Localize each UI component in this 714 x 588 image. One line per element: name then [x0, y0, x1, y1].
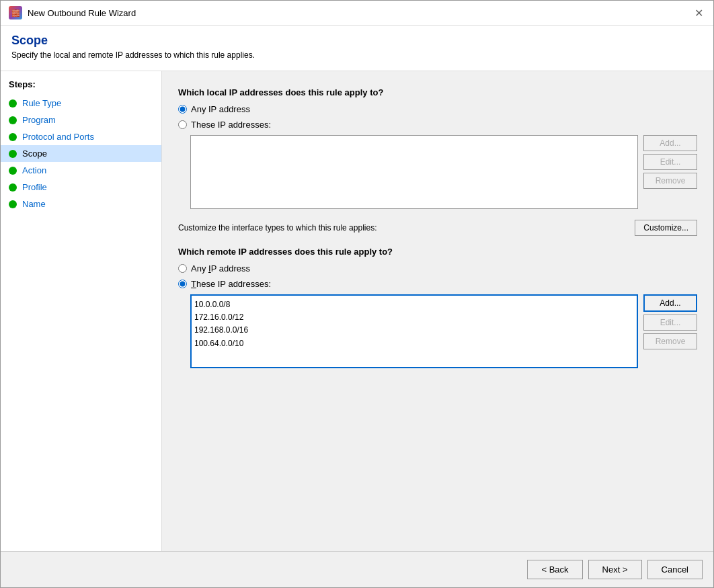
customize-label: Customize the interface types to which t… — [178, 223, 376, 233]
remote-btn-group: Add... Edit... Remove — [643, 294, 697, 368]
back-button[interactable]: < Back — [527, 560, 582, 579]
step-label-rule-type: Rule Type — [22, 98, 61, 108]
remote-these-ip-radio[interactable] — [178, 280, 187, 288]
step-label-program: Program — [22, 115, 56, 125]
page-description: Specify the local and remote IP addresse… — [11, 50, 703, 60]
local-these-ip-label: These IP addresses: — [191, 120, 271, 130]
local-add-button[interactable]: Add... — [643, 135, 697, 151]
local-section-title: Which local IP addresses does this rule … — [178, 87, 697, 97]
customize-row: Customize the interface types to which t… — [178, 220, 697, 236]
local-any-ip-radio[interactable] — [178, 105, 187, 114]
remote-these-ip-option[interactable]: These IP addresses: — [178, 279, 697, 289]
remote-ip-entry-2[interactable]: 192.168.0.0/16 — [194, 324, 634, 337]
content-area: Steps: Rule Type Program Protocol and Po… — [1, 71, 713, 551]
local-any-ip-option[interactable]: Any IP address — [178, 104, 697, 114]
sidebar-item-rule-type[interactable]: Rule Type — [1, 95, 161, 112]
step-label-scope: Scope — [22, 149, 47, 159]
remote-ip-listbox[interactable]: 10.0.0.0/8 172.16.0.0/12 192.168.0.0/16 … — [190, 294, 638, 368]
remote-remove-button[interactable]: Remove — [643, 333, 697, 349]
main-panel: Which local IP addresses does this rule … — [162, 71, 713, 551]
local-any-ip-label: Any IP address — [191, 104, 250, 114]
steps-label: Steps: — [1, 79, 161, 95]
step-dot-scope — [9, 150, 17, 158]
remote-any-ip-label: Any IP address — [191, 263, 250, 274]
remote-these-ip-label: These IP addresses: — [191, 279, 271, 289]
remote-add-button[interactable]: Add... — [643, 294, 697, 312]
sidebar-item-protocol-ports[interactable]: Protocol and Ports — [1, 128, 161, 145]
close-button[interactable]: ✕ — [692, 6, 705, 19]
remote-ip-entry-1[interactable]: 172.16.0.0/12 — [194, 311, 634, 324]
customize-button[interactable]: Customize... — [635, 220, 697, 236]
step-dot-protocol-ports — [9, 133, 17, 141]
step-label-name: Name — [22, 199, 46, 209]
remote-any-ip-option[interactable]: Any IP address — [178, 263, 697, 274]
sidebar-item-profile[interactable]: Profile — [1, 179, 161, 196]
step-dot-name — [9, 200, 17, 208]
remote-ip-entry-3[interactable]: 100.64.0.0/10 — [194, 337, 634, 350]
remote-section-title: Which remote IP addresses does this rule… — [178, 247, 697, 257]
app-icon: 🧱 — [9, 6, 22, 19]
local-edit-button[interactable]: Edit... — [643, 154, 697, 170]
local-btn-group: Add... Edit... Remove — [643, 135, 697, 209]
page-header: Scope Specify the local and remote IP ad… — [1, 26, 713, 71]
remote-any-ip-radio[interactable] — [178, 264, 187, 273]
local-ip-list-container: Add... Edit... Remove — [190, 135, 697, 209]
cancel-button[interactable]: Cancel — [647, 560, 703, 579]
footer: < Back Next > Cancel — [1, 551, 713, 587]
sidebar-item-action[interactable]: Action — [1, 162, 161, 179]
step-dot-action — [9, 167, 17, 175]
local-these-ip-radio[interactable] — [178, 120, 187, 129]
step-label-profile: Profile — [22, 182, 47, 192]
sidebar: Steps: Rule Type Program Protocol and Po… — [1, 71, 162, 551]
next-button[interactable]: Next > — [588, 560, 642, 579]
step-dot-profile — [9, 183, 17, 192]
sidebar-item-scope[interactable]: Scope — [1, 145, 161, 162]
wizard-window: 🧱 New Outbound Rule Wizard ✕ Scope Speci… — [0, 0, 714, 588]
local-these-ip-option[interactable]: These IP addresses: — [178, 120, 697, 130]
remote-ip-list-container: 10.0.0.0/8 172.16.0.0/12 192.168.0.0/16 … — [190, 294, 697, 368]
local-ip-listbox[interactable] — [190, 135, 638, 209]
local-remove-button[interactable]: Remove — [643, 173, 697, 189]
sidebar-item-program[interactable]: Program — [1, 112, 161, 128]
step-label-protocol-ports: Protocol and Ports — [22, 132, 94, 142]
remote-ip-entry-0[interactable]: 10.0.0.0/8 — [194, 298, 634, 311]
title-bar: 🧱 New Outbound Rule Wizard ✕ — [1, 1, 713, 26]
sidebar-item-name[interactable]: Name — [1, 196, 161, 212]
page-heading: Scope — [11, 34, 703, 48]
step-label-action: Action — [22, 165, 46, 175]
step-dot-rule-type — [9, 99, 17, 108]
remote-edit-button[interactable]: Edit... — [643, 314, 697, 331]
window-title: New Outbound Rule Wizard — [28, 8, 136, 18]
step-dot-program — [9, 116, 17, 124]
